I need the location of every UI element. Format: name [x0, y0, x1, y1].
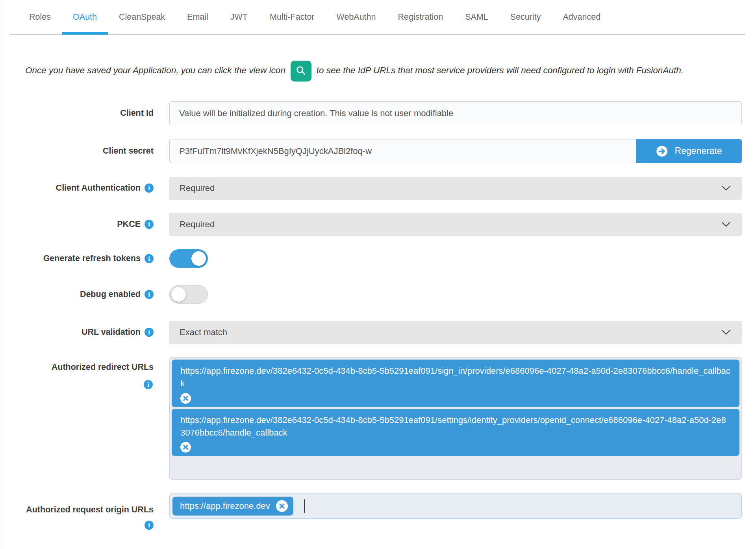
info-circle-icon[interactable]: i [145, 290, 154, 299]
tab-webauthn[interactable]: WebAuthn [326, 0, 387, 34]
intro-text: Once you have saved your Application, yo… [25, 61, 714, 82]
client-authentication-label: Client Authentication [56, 181, 141, 195]
url-validation-row: URL validation i Exact match [25, 321, 742, 343]
authorized-redirect-urls-row: Authorized redirect URLs i https://app.f… [25, 357, 742, 480]
authorized-request-origin-urls-label: Authorized request origin URLs [26, 505, 154, 514]
tab-saml[interactable]: SAML [454, 0, 499, 34]
tab-oauth[interactable]: OAuth [62, 0, 108, 34]
pkce-select[interactable]: Required [169, 213, 742, 236]
chevron-down-icon [721, 219, 731, 230]
pkce-row: PKCE i Required [25, 213, 742, 236]
tab-advanced[interactable]: Advanced [552, 0, 611, 34]
info-circle-icon[interactable]: i [145, 328, 154, 337]
debug-enabled-toggle[interactable] [169, 285, 208, 304]
client-secret-input[interactable] [169, 139, 636, 163]
times-circle-icon[interactable] [180, 393, 191, 404]
search-icon [296, 65, 306, 77]
tab-multi-factor[interactable]: Multi-Factor [259, 0, 325, 34]
regenerate-button-label: Regenerate [674, 146, 722, 156]
times-circle-icon[interactable] [180, 442, 191, 453]
generate-refresh-tokens-row: Generate refresh tokens i [25, 249, 742, 268]
pkce-label: PKCE [117, 217, 141, 231]
tab-roles[interactable]: Roles [18, 0, 62, 34]
oauth-settings-page: Roles OAuth CleanSpeak Email JWT Multi-F… [0, 0, 756, 549]
tab-security[interactable]: Security [499, 0, 552, 34]
info-circle-icon[interactable]: i [145, 184, 154, 193]
intro-text-after: to see the IdP URLs that most service pr… [317, 65, 684, 75]
panel-left-border [2, 0, 2, 549]
url-chip-text: https://app.firezone.dev/382e6432-0c5d-4… [180, 366, 730, 388]
client-authentication-value: Required [180, 183, 215, 193]
tab-jwt[interactable]: JWT [219, 0, 259, 34]
client-authentication-select[interactable]: Required [169, 177, 742, 199]
client-id-label: Client Id [25, 101, 154, 125]
tab-email[interactable]: Email [176, 0, 219, 34]
client-secret-label: Client secret [25, 139, 154, 163]
authorized-request-origin-urls-field[interactable]: https://app.firezone.dev [169, 493, 742, 519]
client-id-row: Client Id [25, 101, 742, 125]
origin-url-chip-text: https://app.firezone.dev [180, 501, 270, 511]
regenerate-button[interactable]: Regenerate [636, 139, 742, 163]
client-authentication-row: Client Authentication i Required [25, 177, 742, 199]
tab-registration[interactable]: Registration [387, 0, 454, 34]
url-chip-text: https://app.firezone.dev/382e6432-0c5d-4… [180, 415, 726, 438]
chevron-down-icon [721, 327, 731, 338]
url-validation-value: Exact match [180, 327, 227, 338]
debug-enabled-label: Debug enabled [80, 287, 141, 301]
url-chip: https://app.firezone.dev/382e6432-0c5d-4… [172, 360, 739, 407]
chevron-down-icon [721, 183, 731, 193]
application-tabs: Roles OAuth CleanSpeak Email JWT Multi-F… [10, 0, 745, 35]
info-circle-icon[interactable]: i [145, 220, 154, 229]
text-caret [304, 499, 305, 513]
pkce-value: Required [180, 219, 215, 230]
oauth-form: Client Id Client secret Regenerate [25, 101, 742, 530]
arrow-circle-right-icon [656, 145, 668, 157]
url-validation-label: URL validation [82, 325, 141, 339]
info-circle-icon[interactable]: i [145, 254, 154, 263]
authorized-redirect-urls-label: Authorized redirect URLs [52, 360, 154, 374]
authorized-request-origin-urls-row: Authorized request origin URLsi https://… [25, 493, 742, 530]
url-validation-select[interactable]: Exact match [169, 321, 742, 343]
view-icon-button[interactable] [291, 61, 311, 82]
info-circle-icon[interactable]: i [144, 380, 153, 389]
url-chip: https://app.firezone.dev/382e6432-0c5d-4… [172, 409, 739, 456]
times-circle-icon[interactable] [276, 500, 288, 512]
toggle-knob [171, 287, 186, 302]
intro-text-before: Once you have saved your Application, yo… [25, 65, 285, 75]
debug-enabled-row: Debug enabled i [25, 285, 742, 304]
toggle-knob [191, 251, 206, 266]
generate-refresh-tokens-label: Generate refresh tokens [43, 252, 141, 265]
client-secret-row: Client secret Regenerate [25, 139, 742, 163]
generate-refresh-tokens-toggle[interactable] [169, 249, 208, 268]
tab-cleanspeak[interactable]: CleanSpeak [108, 0, 176, 34]
client-id-input [169, 101, 742, 125]
authorized-redirect-urls-field[interactable]: https://app.firezone.dev/382e6432-0c5d-4… [169, 357, 742, 480]
origin-url-chip: https://app.firezone.dev [172, 497, 293, 516]
info-circle-icon[interactable]: i [145, 521, 154, 530]
